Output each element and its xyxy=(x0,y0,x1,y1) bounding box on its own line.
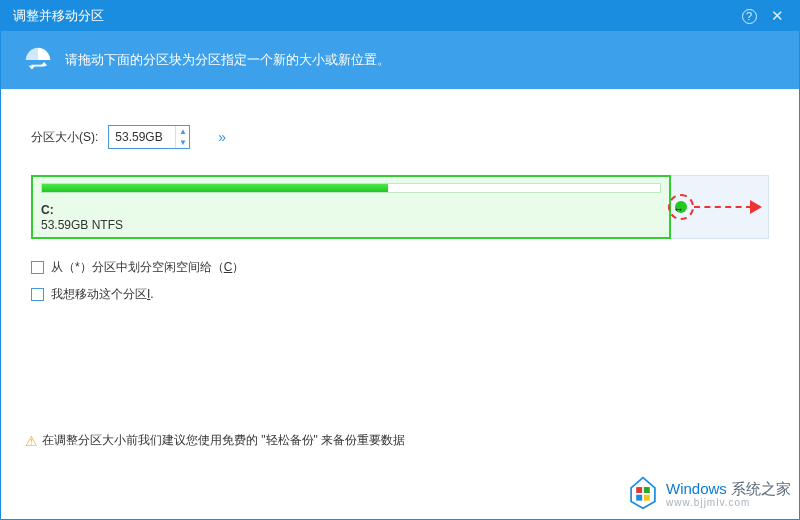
svg-marker-1 xyxy=(631,478,655,509)
warning-icon: ⚠ xyxy=(25,433,38,449)
expand-icon[interactable]: » xyxy=(218,129,223,145)
svg-rect-2 xyxy=(636,487,642,493)
usage-fill xyxy=(42,184,388,192)
warning-row: ⚠ 在调整分区大小前我们建议您使用免费的 "轻松备份" 来备份重要数据 xyxy=(25,432,405,449)
move-label: 我想移动这个分区I. xyxy=(51,286,154,303)
svg-rect-5 xyxy=(644,495,650,501)
watermark: Windows 系统之家 www.bjjmlv.com xyxy=(626,476,791,513)
dialog-window: 调整并移动分区 ? ✕ 请拖动下面的分区块为分区指定一个新的大小或新位置。 分区… xyxy=(0,0,800,520)
warning-text: 在调整分区大小前我们建议您使用免费的 "轻松备份" 来备份重要数据 xyxy=(42,432,405,449)
watermark-text: Windows 系统之家 www.bjjmlv.com xyxy=(666,481,791,509)
title-bar: 调整并移动分区 ? ✕ xyxy=(1,1,799,31)
window-title: 调整并移动分区 xyxy=(13,7,735,25)
size-spinner[interactable]: ▲ ▼ xyxy=(108,125,190,149)
swap-icon xyxy=(23,45,53,75)
move-checkbox-row: 我想移动这个分区I. xyxy=(31,286,769,303)
move-checkbox[interactable] xyxy=(31,288,44,301)
close-icon[interactable]: ✕ xyxy=(763,2,791,30)
size-input[interactable] xyxy=(109,126,175,148)
watermark-logo-icon xyxy=(626,476,660,513)
unallocated-zone[interactable]: ↔ xyxy=(671,175,769,239)
banner-text: 请拖动下面的分区块为分区指定一个新的大小或新位置。 xyxy=(65,51,390,69)
size-label: 分区大小(S): xyxy=(31,129,98,146)
svg-rect-3 xyxy=(644,487,650,493)
allocate-checkbox[interactable] xyxy=(31,261,44,274)
partition-block[interactable]: C: 53.59GB NTFS xyxy=(31,175,671,239)
partition-area: C: 53.59GB NTFS ↔ xyxy=(31,175,769,239)
svg-rect-0 xyxy=(31,65,44,67)
spinner-up-icon[interactable]: ▲ xyxy=(176,126,189,137)
svg-rect-4 xyxy=(636,495,642,501)
allocate-label: 从（*）分区中划分空闲空间给（C） xyxy=(51,259,244,276)
banner: 请拖动下面的分区块为分区指定一个新的大小或新位置。 xyxy=(1,31,799,89)
watermark-brand: Windows 系统之家 xyxy=(666,481,791,498)
content-area: 分区大小(S): ▲ ▼ » C: 53.59GB NTFS xyxy=(1,89,799,303)
watermark-url: www.bjjmlv.com xyxy=(666,497,791,508)
drive-letter: C: xyxy=(41,203,661,217)
size-row: 分区大小(S): ▲ ▼ » xyxy=(31,125,769,149)
allocate-checkbox-row: 从（*）分区中划分空闲空间给（C） xyxy=(31,259,769,276)
spinner-down-icon[interactable]: ▼ xyxy=(176,137,189,148)
options-area: 从（*）分区中划分空闲空间给（C） 我想移动这个分区I. xyxy=(31,259,769,303)
resize-handle-icon[interactable]: ↔ xyxy=(668,194,694,220)
spinner-arrows: ▲ ▼ xyxy=(175,126,189,148)
drive-info: 53.59GB NTFS xyxy=(41,218,661,232)
help-icon[interactable]: ? xyxy=(735,2,763,30)
usage-bar xyxy=(41,183,661,193)
